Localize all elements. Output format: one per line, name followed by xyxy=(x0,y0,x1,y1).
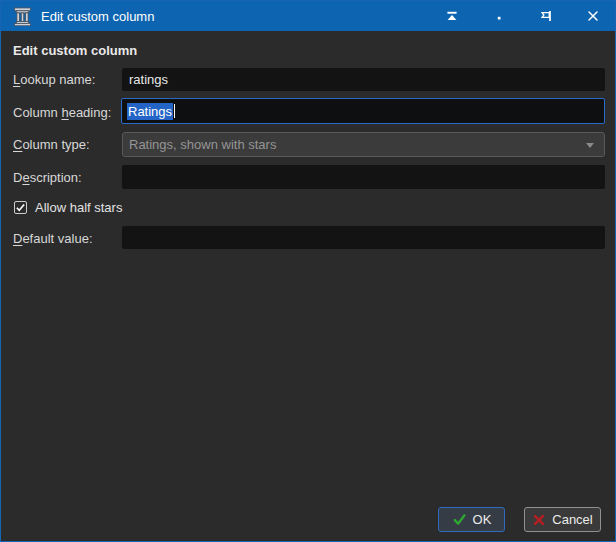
ok-button-label: OK xyxy=(473,512,492,527)
check-icon xyxy=(452,512,467,527)
x-icon xyxy=(532,513,546,527)
pin-button[interactable] xyxy=(537,8,554,25)
column-type-value: Ratings, shown with stars xyxy=(129,137,276,152)
checkbox-label: Allow half stars xyxy=(35,200,122,215)
description-input[interactable] xyxy=(122,165,605,189)
pin-icon xyxy=(538,8,554,24)
description-label: Description: xyxy=(13,170,82,185)
column-type-combobox: Ratings, shown with stars xyxy=(122,132,605,157)
allow-half-stars-checkbox[interactable]: Allow half stars xyxy=(14,200,122,215)
column-type-label: Column type: xyxy=(13,137,90,152)
minimize-dot-icon xyxy=(491,8,507,24)
minimize-button[interactable] xyxy=(490,8,507,25)
titlebar[interactable]: Edit custom column xyxy=(1,1,615,31)
column-icon xyxy=(13,7,32,26)
default-value-label: Default value: xyxy=(13,231,93,246)
cancel-button-label: Cancel xyxy=(552,512,592,527)
edit-custom-column-dialog: Edit custom column xyxy=(0,0,616,542)
text-caret xyxy=(174,104,175,118)
window-title: Edit custom column xyxy=(41,9,443,24)
close-button[interactable] xyxy=(584,8,601,25)
default-value-input[interactable] xyxy=(122,226,605,249)
ok-button[interactable]: OK xyxy=(438,507,505,532)
shade-button[interactable] xyxy=(443,8,460,25)
window-controls xyxy=(443,8,603,25)
lookup-name-label: Lookup name: xyxy=(13,72,95,87)
checkbox-box[interactable] xyxy=(14,201,27,214)
column-heading-input[interactable]: Ratings xyxy=(121,98,605,124)
column-heading-label: Column heading: xyxy=(13,105,111,120)
close-icon xyxy=(585,8,601,24)
dialog-heading: Edit custom column xyxy=(13,43,137,58)
shade-icon xyxy=(444,8,460,24)
cancel-button[interactable]: Cancel xyxy=(524,507,601,532)
chevron-down-icon xyxy=(586,143,594,148)
selected-text: Ratings xyxy=(127,103,173,120)
lookup-name-input[interactable] xyxy=(122,68,605,91)
checkmark-icon xyxy=(15,202,26,213)
